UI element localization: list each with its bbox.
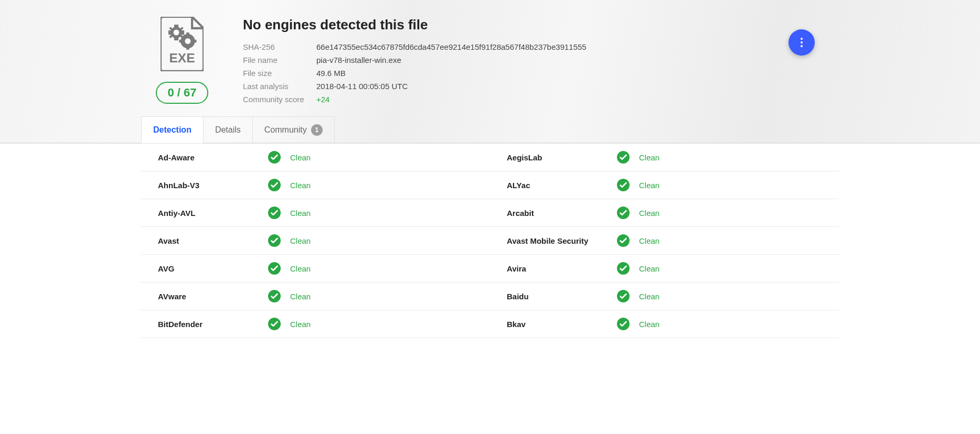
check-circle-icon — [268, 262, 281, 275]
check-circle-icon — [617, 179, 630, 191]
detection-result: Clean — [639, 181, 659, 190]
detection-ratio: 0 / 67 — [156, 82, 208, 104]
vendor-name: AegisLab — [507, 153, 617, 162]
table-row: AhnLab-V3CleanALYacClean — [141, 171, 839, 199]
table-row: AVGCleanAviraClean — [141, 255, 839, 283]
vendor-name: AVware — [158, 292, 268, 301]
detection-cell: AvastClean — [141, 227, 490, 254]
detection-result: Clean — [639, 236, 659, 245]
tab-details[interactable]: Details — [204, 116, 253, 143]
detection-cell: Antiy-AVLClean — [141, 199, 490, 226]
tab-label: Details — [215, 125, 241, 135]
table-row: BitDefenderCleanBkavClean — [141, 310, 839, 338]
detection-result: Clean — [639, 292, 659, 301]
svg-point-0 — [801, 38, 803, 40]
check-circle-icon — [617, 262, 630, 275]
file-meta: No engines detected this file SHA-256 66… — [243, 17, 829, 104]
detection-cell: AviraClean — [490, 255, 839, 282]
vendor-name: AVG — [158, 264, 268, 273]
detection-result: Clean — [290, 153, 311, 162]
detection-cell: Avast Mobile SecurityClean — [490, 227, 839, 254]
tab-label: Community — [264, 125, 307, 135]
vendor-name: Ad-Aware — [158, 153, 268, 162]
detection-cell: ArcabitClean — [490, 199, 839, 226]
filename-value: pia-v78-installer-win.exe — [316, 56, 787, 64]
detection-cell: Ad-AwareClean — [141, 144, 490, 171]
tab-label: Detection — [153, 125, 191, 135]
check-circle-icon — [268, 207, 281, 219]
detection-cell: AVwareClean — [141, 283, 490, 310]
detection-result: Clean — [639, 320, 659, 329]
detection-title: No engines detected this file — [243, 17, 787, 33]
vendor-name: Baidu — [507, 292, 617, 301]
tab-detection[interactable]: Detection — [141, 116, 204, 143]
sha256-value: 66e147355ec534c67875fd6cda457ee9214e15f9… — [316, 42, 787, 51]
svg-point-1 — [801, 41, 803, 44]
svg-text:EXE: EXE — [169, 51, 195, 65]
check-circle-icon — [617, 318, 630, 330]
detection-cell: BkavClean — [490, 310, 839, 338]
detection-cell: ALYacClean — [490, 171, 839, 199]
detection-result: Clean — [290, 320, 311, 329]
detection-cell: AegisLabClean — [490, 144, 839, 171]
svg-point-2 — [801, 45, 803, 47]
community-count-badge: 1 — [311, 124, 323, 136]
check-circle-icon — [617, 151, 630, 164]
check-circle-icon — [268, 151, 281, 164]
check-circle-icon — [268, 290, 281, 302]
table-row: Ad-AwareCleanAegisLabClean — [141, 144, 839, 171]
detection-result: Clean — [639, 209, 659, 218]
community-score-value: +24 — [316, 95, 787, 104]
exe-file-icon: EXE — [161, 17, 204, 71]
filename-label: File name — [243, 56, 316, 64]
vendor-name: AhnLab-V3 — [158, 181, 268, 190]
detection-cell: BaiduClean — [490, 283, 839, 310]
tabs: Detection Details Community 1 — [141, 104, 839, 143]
filesize-label: File size — [243, 69, 316, 78]
detection-result: Clean — [290, 236, 311, 245]
summary-header: EXE 0 / 67 No engines detected this file… — [0, 0, 980, 143]
detection-result: Clean — [639, 153, 659, 162]
vendor-name: Antiy-AVL — [158, 209, 268, 218]
detection-cell: AhnLab-V3Clean — [141, 171, 490, 199]
detection-result: Clean — [639, 264, 659, 273]
detection-result: Clean — [290, 209, 311, 218]
detection-cell: AVGClean — [141, 255, 490, 282]
check-circle-icon — [617, 234, 630, 247]
vendor-name: Avira — [507, 264, 617, 273]
vendor-name: Arcabit — [507, 209, 617, 218]
check-circle-icon — [617, 207, 630, 219]
vendor-name: BitDefender — [158, 320, 268, 329]
vendor-name: Bkav — [507, 320, 617, 329]
detection-cell: BitDefenderClean — [141, 310, 490, 338]
table-row: AvastCleanAvast Mobile SecurityClean — [141, 227, 839, 255]
check-circle-icon — [268, 234, 281, 247]
sha256-label: SHA-256 — [243, 42, 316, 51]
file-badge: EXE 0 / 67 — [151, 17, 214, 104]
check-circle-icon — [617, 290, 630, 302]
tab-community[interactable]: Community 1 — [253, 116, 335, 143]
table-row: AVwareCleanBaiduClean — [141, 283, 839, 310]
svg-point-3 — [175, 31, 178, 34]
check-circle-icon — [268, 179, 281, 191]
vendor-name: ALYac — [507, 181, 617, 190]
vendor-name: Avast — [158, 236, 268, 245]
lastanalysis-label: Last analysis — [243, 82, 316, 91]
detection-results: Ad-AwareCleanAegisLabCleanAhnLab-V3Clean… — [0, 143, 980, 338]
detection-result: Clean — [290, 264, 311, 273]
lastanalysis-value: 2018-04-11 00:05:05 UTC — [316, 82, 787, 91]
filesize-value: 49.6 MB — [316, 69, 787, 78]
check-circle-icon — [268, 318, 281, 330]
vendor-name: Avast Mobile Security — [507, 236, 617, 245]
detection-result: Clean — [290, 181, 311, 190]
svg-point-5 — [185, 38, 190, 44]
detection-result: Clean — [290, 292, 311, 301]
vertical-dots-icon — [801, 38, 803, 47]
table-row: Antiy-AVLCleanArcabitClean — [141, 199, 839, 227]
more-actions-button[interactable] — [789, 29, 815, 56]
community-score-label: Community score — [243, 95, 316, 104]
